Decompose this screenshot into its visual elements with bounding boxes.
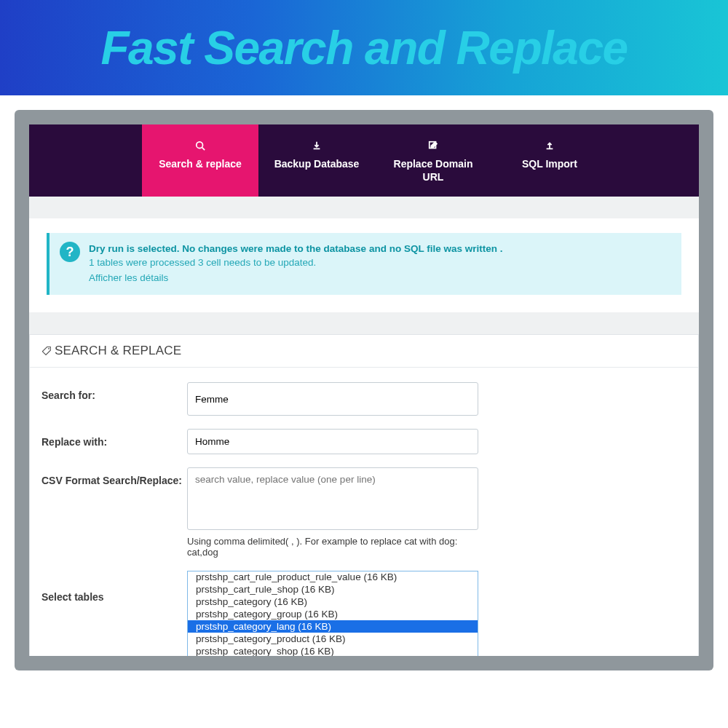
hero-title: Fast Search and Replace <box>100 21 627 75</box>
edit-icon <box>382 141 484 153</box>
select-tables-label: Select tables <box>41 571 187 603</box>
hero-banner: Fast Search and Replace <box>0 0 728 95</box>
panel-header: SEARCH & REPLACE <box>30 335 698 368</box>
tables-listbox[interactable]: prstshp_cart_rule_product_rule_value (16… <box>187 571 478 656</box>
panel-body: Search for: Replace with: CSV Format Sea… <box>30 368 698 656</box>
table-option[interactable]: prstshp_category_product (16 KB) <box>188 633 478 645</box>
alert-card: ? Dry run is selected. No changes were m… <box>29 218 699 312</box>
tab-replace-domain[interactable]: Replace Domain URL <box>375 124 491 197</box>
search-replace-panel: SEARCH & REPLACE Search for: Replace wit… <box>29 334 699 656</box>
table-option[interactable]: prstshp_category_group (16 KB) <box>188 608 478 620</box>
table-option[interactable]: prstshp_category (16 KB) <box>188 596 478 608</box>
alert-title: Dry run is selected. No changes were mad… <box>89 243 668 254</box>
panel-title: SEARCH & REPLACE <box>55 344 181 358</box>
search-icon <box>149 141 251 153</box>
table-option[interactable]: prstshp_cart_rule_product_rule_value (16… <box>188 571 478 583</box>
csv-textarea[interactable] <box>187 467 478 530</box>
download-icon <box>266 141 368 153</box>
tab-search-replace[interactable]: Search & replace <box>142 124 258 197</box>
content-area: ? Dry run is selected. No changes were m… <box>29 218 699 656</box>
svg-point-0 <box>197 142 203 149</box>
table-option[interactable]: prstshp_category_shop (16 KB) <box>188 645 478 656</box>
upload-icon <box>499 141 601 153</box>
question-icon: ? <box>60 242 80 262</box>
tags-icon <box>39 347 51 356</box>
csv-label: CSV Format Search/Replace: <box>41 467 187 486</box>
replace-with-label: Replace with: <box>41 429 187 448</box>
tab-label: SQL Import <box>522 158 577 170</box>
outer-frame: Search & replace Backup Database Replace… <box>15 110 713 670</box>
table-option[interactable]: prstshp_cart_rule_shop (16 KB) <box>188 583 478 596</box>
table-option[interactable]: prstshp_category_lang (16 KB) <box>188 620 478 633</box>
tab-label: Backup Database <box>274 158 360 170</box>
svg-point-3 <box>48 348 50 349</box>
svg-line-1 <box>202 148 205 151</box>
tab-backup-database[interactable]: Backup Database <box>258 124 375 197</box>
tab-label: Replace Domain URL <box>394 158 473 183</box>
search-for-label: Search for: <box>41 382 187 401</box>
alert-subtitle: 1 tables were processed 3 cell needs to … <box>89 257 668 268</box>
alert-details-link[interactable]: Afficher les détails <box>89 272 668 283</box>
app-panel: Search & replace Backup Database Replace… <box>29 124 699 656</box>
search-for-input[interactable] <box>187 382 478 416</box>
csv-hint: Using comma delimited( , ). For example … <box>187 536 478 558</box>
replace-with-input[interactable] <box>187 429 478 454</box>
tab-sql-import[interactable]: SQL Import <box>491 124 608 197</box>
tab-bar: Search & replace Backup Database Replace… <box>29 124 699 197</box>
tab-label: Search & replace <box>159 158 242 170</box>
dry-run-alert: ? Dry run is selected. No changes were m… <box>47 233 681 295</box>
